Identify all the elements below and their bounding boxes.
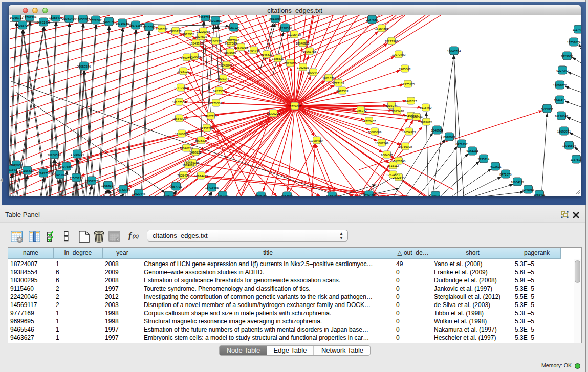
svg-text:2087682: 2087682	[366, 18, 378, 21]
svg-text:12975125: 12975125	[401, 83, 415, 86]
svg-text:1527602: 1527602	[90, 19, 102, 22]
svg-text:1244415: 1244415	[554, 99, 566, 102]
svg-text:20691406: 20691406	[37, 21, 51, 24]
svg-text:10973493: 10973493	[392, 53, 406, 56]
svg-text:19654923: 19654923	[402, 130, 416, 134]
svg-text:18255432: 18255432	[49, 16, 63, 19]
svg-text:8938923: 8938923	[443, 136, 455, 139]
svg-text:2718120: 2718120	[177, 70, 189, 73]
svg-text:9242848: 9242848	[220, 64, 232, 67]
svg-text:10688609: 10688609	[368, 130, 382, 134]
svg-text:16782759: 16782759	[117, 188, 130, 191]
svg-text:11156829: 11156829	[20, 169, 34, 172]
svg-text:17016504: 17016504	[562, 144, 576, 147]
svg-text:29053346: 29053346	[77, 65, 91, 68]
svg-text:8267110: 8267110	[205, 115, 217, 118]
svg-text:8990447: 8990447	[307, 71, 319, 74]
svg-text:1065411: 1065411	[534, 193, 546, 196]
svg-text:2935114: 2935114	[478, 158, 490, 161]
svg-text:17359924: 17359924	[71, 153, 84, 156]
svg-text:1588520: 1588520	[272, 57, 284, 60]
svg-text:8215958: 8215958	[541, 107, 553, 111]
svg-text:16055721: 16055721	[10, 16, 24, 19]
svg-text:1984064: 1984064	[410, 116, 423, 119]
svg-text:18807249: 18807249	[375, 142, 389, 145]
svg-text:19937741: 19937741	[199, 16, 212, 19]
svg-text:15751074: 15751074	[567, 41, 581, 44]
svg-text:391543: 391543	[9, 168, 17, 171]
svg-text:9474444: 9474444	[466, 150, 478, 153]
svg-text:(x): (x)	[133, 233, 139, 239]
svg-text:1574099: 1574099	[182, 164, 194, 167]
svg-text:8654118: 8654118	[363, 194, 376, 197]
svg-text:23676068: 23676068	[234, 46, 248, 49]
svg-text:16543362: 16543362	[189, 42, 203, 45]
svg-text:19762304: 19762304	[23, 16, 37, 19]
svg-text:8471676: 8471676	[499, 173, 512, 176]
svg-text:1145194: 1145194	[54, 173, 67, 177]
svg-text:8454749: 8454749	[248, 49, 260, 52]
svg-text:9684067: 9684067	[381, 154, 393, 157]
svg-text:8186328: 8186328	[209, 40, 222, 43]
svg-text:18724007: 18724007	[288, 105, 302, 108]
svg-text:19166829: 19166829	[175, 133, 189, 136]
svg-text:9133426: 9133426	[326, 195, 338, 197]
svg-text:19654925: 19654925	[172, 117, 186, 120]
svg-text:16914479: 16914479	[194, 174, 208, 178]
svg-text:12213967: 12213967	[385, 40, 399, 43]
svg-text:10958107: 10958107	[101, 184, 115, 187]
svg-text:1615112: 1615112	[387, 164, 400, 167]
svg-text:11325419: 11325419	[288, 33, 301, 36]
svg-text:8878334: 8878334	[195, 139, 207, 142]
svg-text:1117482: 1117482	[573, 28, 581, 31]
svg-text:12505135: 12505135	[70, 177, 83, 180]
svg-text:19756928: 19756928	[399, 145, 412, 148]
svg-text:5498222: 5498222	[189, 151, 202, 154]
svg-text:8123456: 8123456	[255, 195, 267, 197]
svg-text:14055724: 14055724	[16, 24, 30, 27]
svg-text:15692971: 15692971	[557, 130, 571, 133]
svg-text:20206516: 20206516	[48, 154, 61, 157]
svg-text:9227342: 9227342	[556, 69, 569, 72]
svg-text:18640910: 18640910	[296, 42, 310, 45]
svg-text:7632621: 7632621	[489, 165, 502, 168]
svg-text:8322037: 8322037	[284, 62, 296, 65]
svg-text:13218506: 13218506	[278, 27, 292, 30]
svg-text:9699695: 9699695	[420, 121, 432, 124]
svg-text:7625402: 7625402	[177, 174, 189, 177]
svg-text:2522544: 2522544	[393, 176, 405, 179]
svg-text:6479197: 6479197	[455, 143, 468, 146]
svg-text:6216074: 6216074	[385, 104, 398, 107]
svg-text:16107554: 16107554	[172, 101, 186, 104]
svg-text:12942757: 12942757	[37, 172, 51, 175]
svg-text:4170061: 4170061	[210, 102, 222, 105]
svg-text:1292344: 1292344	[216, 194, 229, 197]
svg-text:19384554: 19384554	[310, 139, 324, 142]
svg-text:19975867: 19975867	[60, 165, 74, 168]
svg-text:16671385: 16671385	[129, 24, 143, 27]
svg-text:1167533: 1167533	[571, 158, 581, 161]
svg-text:9146821: 9146821	[260, 53, 273, 56]
svg-text:17957223: 17957223	[85, 180, 99, 183]
svg-text:16033809: 16033809	[209, 19, 223, 23]
svg-text:20981409: 20981409	[62, 17, 76, 20]
svg-text:8813054: 8813054	[269, 17, 281, 20]
svg-text:12923446: 12923446	[132, 192, 146, 195]
svg-text:6497563: 6497563	[336, 90, 349, 93]
svg-text:9245072: 9245072	[163, 194, 175, 197]
svg-text:7663822: 7663822	[156, 28, 168, 31]
svg-text:16154808: 16154808	[375, 27, 389, 30]
svg-text:4803144: 4803144	[217, 77, 229, 80]
svg-text:8912955: 8912955	[182, 33, 194, 36]
svg-text:9115460: 9115460	[420, 106, 432, 110]
svg-text:1640954: 1640954	[431, 129, 443, 132]
svg-text:9327508: 9327508	[225, 42, 237, 45]
svg-text:9327503: 9327503	[195, 35, 207, 38]
svg-text:10025438: 10025438	[390, 110, 404, 113]
svg-text:12353594: 12353594	[200, 127, 214, 130]
svg-text:5875685: 5875685	[224, 51, 236, 54]
svg-text:9245052: 9245052	[522, 188, 534, 191]
svg-text:10719185: 10719185	[116, 22, 129, 25]
svg-text:12093872: 12093872	[553, 84, 567, 87]
svg-text:9245033: 9245033	[429, 194, 442, 197]
